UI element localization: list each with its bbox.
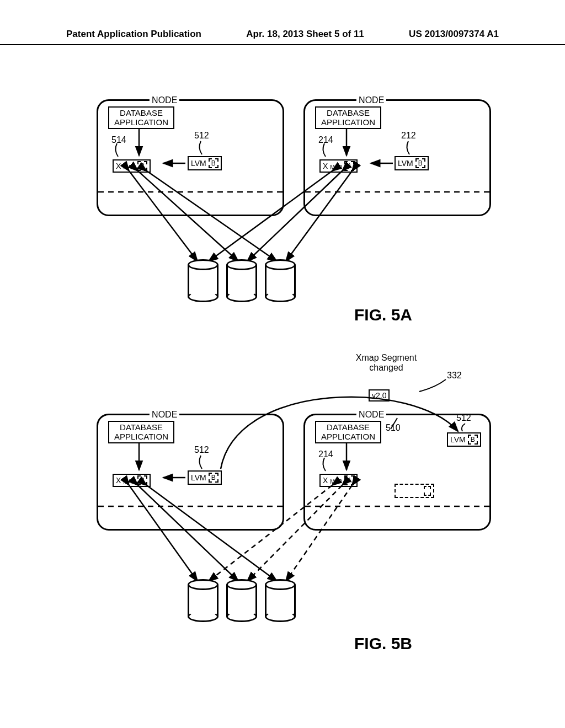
xmap-box: XMAP A bbox=[319, 159, 358, 173]
storage-cylinder bbox=[226, 259, 257, 302]
ref-510: 510 bbox=[386, 423, 401, 433]
ref-512: 512 bbox=[194, 131, 209, 141]
lvm-box: LVM B bbox=[188, 470, 222, 485]
ref-214: 214 bbox=[318, 135, 333, 145]
node-title: NODE bbox=[150, 410, 179, 420]
db-app-box: DATABASE APPLICATION bbox=[315, 106, 381, 129]
fig5a-node-left: NODE DATABASE APPLICATION 514 512 XMAP B… bbox=[97, 99, 284, 216]
version-box: v2.0 bbox=[369, 389, 390, 402]
fig5a-node-right: NODE DATABASE APPLICATION 214 212 XMAP A… bbox=[303, 99, 491, 216]
storage-cylinder bbox=[265, 259, 296, 302]
storage-cylinder bbox=[188, 259, 218, 302]
ref-512-r: 512 bbox=[456, 413, 471, 423]
ref-514: 514 bbox=[111, 135, 126, 145]
ref-212: 212 bbox=[401, 131, 416, 141]
node-title: NODE bbox=[150, 95, 179, 105]
node-title: NODE bbox=[356, 95, 386, 105]
fig-5a-label: FIG. 5A bbox=[354, 306, 412, 324]
xmap-changed-annotation: Xmap Segment changed bbox=[337, 353, 436, 373]
fig5b-node-left: NODE DATABASE APPLICATION 512 XMAP B LVM… bbox=[97, 414, 284, 531]
db-app-box: DATABASE APPLICATION bbox=[315, 421, 381, 443]
ref-512: 512 bbox=[194, 445, 209, 455]
lvm-box-moved: LVM B bbox=[447, 432, 481, 447]
db-app-box: DATABASE APPLICATION bbox=[108, 106, 174, 129]
lvm-box-old: LVM bbox=[395, 484, 434, 498]
xmap-box: XMAP B bbox=[113, 474, 151, 487]
fig-5b-label: FIG. 5B bbox=[354, 634, 412, 653]
storage-cylinder bbox=[265, 579, 296, 622]
node-title: NODE bbox=[356, 410, 386, 420]
storage-cylinder bbox=[226, 579, 257, 622]
figure-area: NODE DATABASE APPLICATION 514 512 XMAP B… bbox=[0, 0, 565, 728]
xmap-box: XMAP A bbox=[319, 474, 358, 487]
ref-332: 332 bbox=[447, 371, 462, 381]
lvm-box: LVM B bbox=[188, 156, 222, 170]
db-app-box: DATABASE APPLICATION bbox=[108, 421, 174, 443]
storage-cylinder bbox=[188, 579, 218, 622]
fig5b-node-right: NODE DATABASE APPLICATION 214 510 XMAP A… bbox=[303, 414, 491, 531]
ref-214: 214 bbox=[318, 449, 333, 459]
xmap-box: XMAP B bbox=[113, 159, 151, 173]
lvm-box: LVM B bbox=[395, 156, 429, 170]
